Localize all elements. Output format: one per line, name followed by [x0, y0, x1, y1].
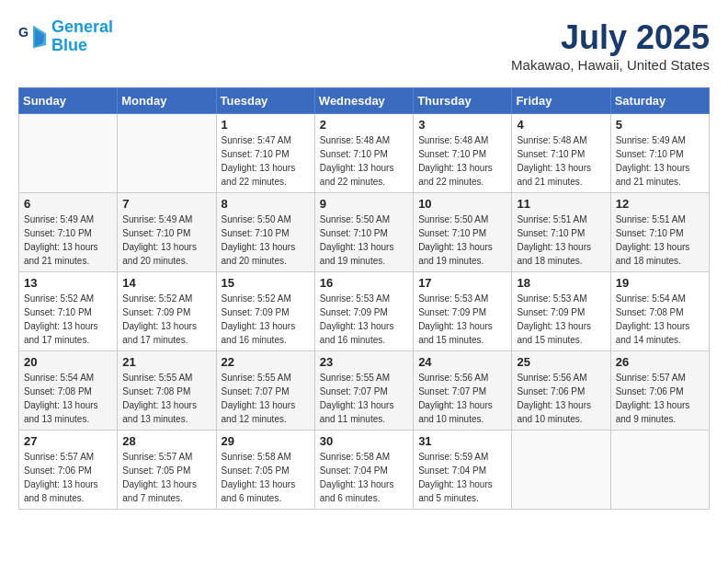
day-number: 25 — [517, 355, 605, 369]
day-info: Sunrise: 5:50 AM Sunset: 7:10 PM Dayligh… — [222, 213, 310, 268]
calendar-empty-cell — [19, 114, 118, 193]
calendar-day-21: 21Sunrise: 5:55 AM Sunset: 7:08 PM Dayli… — [118, 351, 216, 431]
day-info: Sunrise: 5:58 AM Sunset: 7:05 PM Dayligh… — [222, 450, 310, 505]
calendar-day-30: 30Sunrise: 5:58 AM Sunset: 7:04 PM Dayli… — [314, 431, 413, 510]
day-info: Sunrise: 5:55 AM Sunset: 7:07 PM Dayligh… — [222, 371, 310, 426]
day-info: Sunrise: 5:52 AM Sunset: 7:09 PM Dayligh… — [222, 292, 310, 347]
weekday-header-monday: Monday — [118, 88, 216, 114]
calendar-day-8: 8Sunrise: 5:50 AM Sunset: 7:10 PM Daylig… — [216, 193, 314, 272]
logo-text: General Blue — [51, 18, 113, 55]
day-number: 19 — [616, 276, 704, 290]
day-number: 28 — [122, 434, 210, 448]
calendar-day-16: 16Sunrise: 5:53 AM Sunset: 7:09 PM Dayli… — [314, 272, 413, 351]
calendar-day-3: 3Sunrise: 5:48 AM Sunset: 7:10 PM Daylig… — [414, 114, 512, 193]
calendar-empty-cell — [610, 431, 709, 510]
day-number: 31 — [418, 434, 506, 448]
weekday-header-sunday: Sunday — [19, 88, 118, 114]
location-title: Makawao, Hawaii, United States — [511, 57, 710, 73]
calendar-empty-cell — [118, 114, 216, 193]
day-info: Sunrise: 5:53 AM Sunset: 7:09 PM Dayligh… — [517, 292, 605, 347]
calendar-day-11: 11Sunrise: 5:51 AM Sunset: 7:10 PM Dayli… — [512, 193, 610, 272]
day-number: 22 — [222, 355, 310, 369]
day-number: 12 — [616, 197, 704, 211]
day-number: 17 — [418, 276, 506, 290]
day-info: Sunrise: 5:56 AM Sunset: 7:06 PM Dayligh… — [517, 371, 605, 426]
day-info: Sunrise: 5:49 AM Sunset: 7:10 PM Dayligh… — [24, 213, 112, 268]
logo-general: General — [51, 17, 113, 36]
calendar-day-13: 13Sunrise: 5:52 AM Sunset: 7:10 PM Dayli… — [19, 272, 118, 351]
day-number: 24 — [418, 355, 506, 369]
calendar-day-14: 14Sunrise: 5:52 AM Sunset: 7:09 PM Dayli… — [118, 272, 216, 351]
day-number: 5 — [616, 118, 704, 132]
calendar-week-1: 1Sunrise: 5:47 AM Sunset: 7:10 PM Daylig… — [19, 114, 710, 193]
day-number: 18 — [517, 276, 605, 290]
calendar-day-29: 29Sunrise: 5:58 AM Sunset: 7:05 PM Dayli… — [216, 431, 314, 510]
day-number: 9 — [320, 197, 408, 211]
day-info: Sunrise: 5:52 AM Sunset: 7:09 PM Dayligh… — [122, 292, 210, 347]
calendar-week-4: 20Sunrise: 5:54 AM Sunset: 7:08 PM Dayli… — [19, 351, 710, 431]
calendar-table: SundayMondayTuesdayWednesdayThursdayFrid… — [18, 87, 710, 510]
day-number: 11 — [517, 197, 605, 211]
logo-blue: Blue — [51, 36, 87, 54]
day-number: 3 — [418, 118, 506, 132]
calendar-day-9: 9Sunrise: 5:50 AM Sunset: 7:10 PM Daylig… — [314, 193, 413, 272]
day-info: Sunrise: 5:49 AM Sunset: 7:10 PM Dayligh… — [616, 133, 704, 189]
calendar-day-4: 4Sunrise: 5:48 AM Sunset: 7:10 PM Daylig… — [512, 114, 610, 193]
day-number: 20 — [24, 355, 112, 369]
calendar-day-12: 12Sunrise: 5:51 AM Sunset: 7:10 PM Dayli… — [610, 193, 709, 272]
logo: G General Blue — [18, 18, 113, 55]
calendar-day-7: 7Sunrise: 5:49 AM Sunset: 7:10 PM Daylig… — [118, 193, 216, 272]
day-number: 13 — [24, 276, 112, 290]
day-number: 1 — [222, 118, 310, 132]
calendar-week-2: 6Sunrise: 5:49 AM Sunset: 7:10 PM Daylig… — [19, 193, 710, 272]
day-info: Sunrise: 5:51 AM Sunset: 7:10 PM Dayligh… — [517, 213, 605, 268]
day-info: Sunrise: 5:56 AM Sunset: 7:07 PM Dayligh… — [418, 371, 506, 426]
day-info: Sunrise: 5:53 AM Sunset: 7:09 PM Dayligh… — [320, 292, 408, 347]
day-number: 21 — [122, 355, 210, 369]
day-info: Sunrise: 5:51 AM Sunset: 7:10 PM Dayligh… — [616, 213, 704, 268]
calendar-day-6: 6Sunrise: 5:49 AM Sunset: 7:10 PM Daylig… — [19, 193, 118, 272]
page-header: G General Blue July 2025 Makawao, Hawaii… — [18, 18, 710, 73]
day-info: Sunrise: 5:48 AM Sunset: 7:10 PM Dayligh… — [418, 133, 506, 189]
day-number: 30 — [320, 434, 408, 448]
calendar-empty-cell — [512, 431, 610, 510]
day-info: Sunrise: 5:59 AM Sunset: 7:04 PM Dayligh… — [418, 450, 506, 505]
day-number: 23 — [320, 355, 408, 369]
calendar-day-22: 22Sunrise: 5:55 AM Sunset: 7:07 PM Dayli… — [216, 351, 314, 431]
month-title: July 2025 — [511, 18, 710, 57]
day-number: 2 — [320, 118, 408, 132]
weekday-header-tuesday: Tuesday — [216, 88, 314, 114]
day-info: Sunrise: 5:48 AM Sunset: 7:10 PM Dayligh… — [320, 133, 408, 189]
calendar-day-23: 23Sunrise: 5:55 AM Sunset: 7:07 PM Dayli… — [314, 351, 413, 431]
day-number: 8 — [222, 197, 310, 211]
calendar-day-20: 20Sunrise: 5:54 AM Sunset: 7:08 PM Dayli… — [19, 351, 118, 431]
day-info: Sunrise: 5:54 AM Sunset: 7:08 PM Dayligh… — [24, 371, 112, 426]
day-number: 29 — [222, 434, 310, 448]
day-info: Sunrise: 5:52 AM Sunset: 7:10 PM Dayligh… — [24, 292, 112, 347]
weekday-header-wednesday: Wednesday — [314, 88, 413, 114]
calendar-day-18: 18Sunrise: 5:53 AM Sunset: 7:09 PM Dayli… — [512, 272, 610, 351]
calendar-day-10: 10Sunrise: 5:50 AM Sunset: 7:10 PM Dayli… — [414, 193, 512, 272]
day-info: Sunrise: 5:58 AM Sunset: 7:04 PM Dayligh… — [320, 450, 408, 505]
calendar-day-25: 25Sunrise: 5:56 AM Sunset: 7:06 PM Dayli… — [512, 351, 610, 431]
calendar-day-19: 19Sunrise: 5:54 AM Sunset: 7:08 PM Dayli… — [610, 272, 709, 351]
weekday-header-saturday: Saturday — [610, 88, 709, 114]
day-info: Sunrise: 5:54 AM Sunset: 7:08 PM Dayligh… — [616, 292, 704, 347]
calendar-day-26: 26Sunrise: 5:57 AM Sunset: 7:06 PM Dayli… — [610, 351, 709, 431]
day-info: Sunrise: 5:47 AM Sunset: 7:10 PM Dayligh… — [222, 133, 310, 189]
day-info: Sunrise: 5:55 AM Sunset: 7:07 PM Dayligh… — [320, 371, 408, 426]
day-number: 7 — [122, 197, 210, 211]
day-info: Sunrise: 5:57 AM Sunset: 7:05 PM Dayligh… — [122, 450, 210, 505]
svg-text:G: G — [18, 25, 28, 40]
day-info: Sunrise: 5:48 AM Sunset: 7:10 PM Dayligh… — [517, 133, 605, 189]
day-info: Sunrise: 5:49 AM Sunset: 7:10 PM Dayligh… — [122, 213, 210, 268]
calendar-day-1: 1Sunrise: 5:47 AM Sunset: 7:10 PM Daylig… — [216, 114, 314, 193]
day-number: 14 — [122, 276, 210, 290]
calendar-day-27: 27Sunrise: 5:57 AM Sunset: 7:06 PM Dayli… — [19, 431, 118, 510]
weekday-header-thursday: Thursday — [414, 88, 512, 114]
day-number: 10 — [418, 197, 506, 211]
weekday-header-friday: Friday — [512, 88, 610, 114]
day-info: Sunrise: 5:50 AM Sunset: 7:10 PM Dayligh… — [418, 213, 506, 268]
day-number: 27 — [24, 434, 112, 448]
calendar-day-15: 15Sunrise: 5:52 AM Sunset: 7:09 PM Dayli… — [216, 272, 314, 351]
